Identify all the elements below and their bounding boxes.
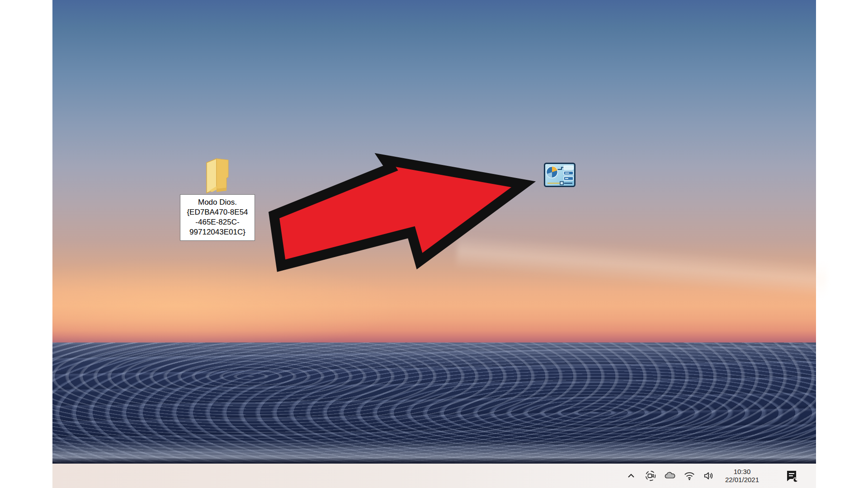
meet-now-camera-icon (645, 469, 656, 483)
wifi-icon (684, 470, 695, 481)
chevron-up-icon (626, 471, 636, 481)
desktop-icon-control-panel[interactable] (544, 163, 576, 187)
taskbar[interactable]: 10:30 22/01/2021 (52, 464, 816, 488)
clock-time: 10:30 (725, 468, 759, 476)
speaker-icon (703, 470, 715, 481)
folder-icon[interactable] (203, 157, 232, 193)
meet-now-button[interactable] (645, 467, 656, 485)
desktop-icon-godmode-folder[interactable]: Modo Dios. {ED7BA470-8E54 -465E-825C- 99… (180, 157, 255, 241)
label-line-3: -465E-825C- (181, 217, 254, 227)
label-line-2: {ED7BA470-8E54 (181, 207, 254, 217)
action-center-icon (784, 469, 799, 483)
folder-icon-graphic (203, 157, 232, 193)
onedrive-cloud-icon (664, 470, 676, 481)
network-button[interactable] (684, 467, 695, 485)
system-tray: 10:30 22/01/2021 (625, 464, 762, 488)
action-center-button[interactable] (783, 467, 801, 485)
ocean-waves (52, 343, 816, 464)
godmode-folder-label[interactable]: Modo Dios. {ED7BA470-8E54 -465E-825C- 99… (180, 194, 255, 241)
control-panel-icon (544, 163, 576, 187)
clock-date: 22/01/2021 (725, 476, 759, 484)
ocean-shadow-band (52, 458, 816, 464)
label-line-1: Modo Dios. (181, 197, 254, 207)
label-line-4: 99712043E01C} (181, 227, 254, 237)
volume-button[interactable] (703, 467, 715, 485)
taskbar-clock[interactable]: 10:30 22/01/2021 (722, 468, 762, 484)
onedrive-button[interactable] (664, 467, 676, 485)
screen: { "desktop": { "godmode_folder": { "labe… (0, 0, 868, 488)
show-hidden-icons-button[interactable] (625, 467, 637, 485)
